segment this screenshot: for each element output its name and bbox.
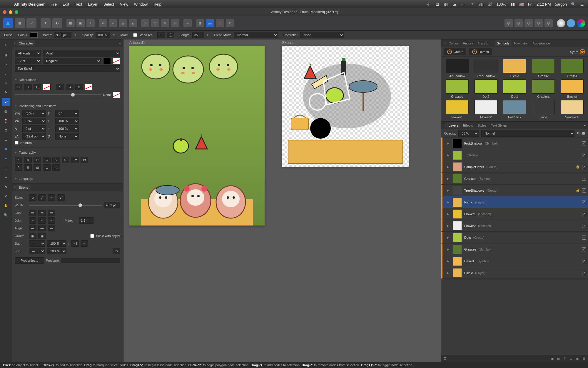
spotlight-icon[interactable]: 🔍 (571, 2, 576, 6)
layer-gear-icon[interactable]: ⚙ (577, 131, 580, 135)
typo-s2[interactable]: S₁ (62, 157, 69, 163)
layer-row[interactable]: ▶Flower1 (Symbol)✓ (441, 208, 588, 220)
layer-stack-icon[interactable]: ☰ (444, 357, 447, 361)
swatches-circle-icon[interactable] (577, 19, 585, 27)
tracking-input[interactable]: 0 ‰ (22, 118, 46, 124)
zoom-button[interactable] (15, 10, 18, 14)
fill-circle-icon[interactable] (557, 19, 565, 27)
tab-appearance[interactable]: Appearance (531, 40, 552, 46)
rotate-ccw-icon[interactable]: ↺ (161, 19, 169, 27)
more-button[interactable]: More (121, 33, 128, 37)
snapping-dropdown-icon[interactable]: ▾ (226, 19, 234, 27)
symbol-treeshadow[interactable]: TreeShadow (472, 59, 500, 78)
canvas[interactable]: Artboard1 Exports (123, 39, 441, 362)
typo-s1[interactable]: S¹ (52, 157, 60, 163)
persona-designer[interactable] (3, 18, 13, 28)
move-back-icon[interactable]: ▼ (99, 19, 107, 27)
menu-select[interactable]: Select (103, 2, 114, 6)
start-arrow-select[interactable]: — (29, 240, 45, 247)
decorations-header[interactable]: Decorations (15, 77, 120, 83)
menu-edit[interactable]: Edit (63, 2, 69, 6)
artboard1-label[interactable]: Artboard1 (129, 41, 145, 45)
underline-off[interactable]: U (15, 84, 22, 90)
typo-b1[interactable]: § (15, 164, 22, 171)
flip-h-icon[interactable]: ▷ (141, 19, 149, 27)
user-name[interactable]: 5argon (555, 2, 567, 6)
flag-icon[interactable]: 🇺🇸 (519, 2, 524, 6)
text-color-swatch[interactable] (103, 58, 111, 64)
defaults-icon[interactable]: ◐ (52, 18, 62, 28)
rounded-tool[interactable]: ▢ (2, 164, 10, 172)
properties-button[interactable]: Properties... (15, 257, 44, 264)
visibility-check[interactable]: ✓ (582, 188, 586, 193)
hand-tool[interactable]: ✋ (2, 201, 10, 210)
cap-round-icon[interactable] (38, 210, 46, 216)
colour-swatch[interactable] (30, 32, 38, 38)
tab-styles[interactable]: Styles (475, 122, 488, 128)
app-name[interactable]: Affinity Designer (14, 2, 45, 6)
snapping-baseline-icon[interactable]: ▬ (206, 19, 214, 27)
cloud-icon[interactable]: ☁ (452, 2, 457, 6)
boolean-add-icon[interactable]: ◎ (505, 19, 513, 27)
strike-double[interactable]: S (75, 84, 83, 90)
align-icon[interactable]: ≡ (183, 19, 192, 27)
crop-tool[interactable]: ⊡ (2, 135, 10, 144)
snap-geometry-icon[interactable]: ✧ (86, 19, 95, 27)
scale-with-check[interactable] (90, 234, 94, 238)
symbol-sandwich[interactable]: Sandwich (559, 100, 586, 119)
stabiliser-rope-icon[interactable]: 〰 (157, 32, 165, 38)
layer-row[interactable]: ▶Grasses (Symbol)✓ (441, 173, 588, 185)
text-tool[interactable]: A (2, 183, 10, 191)
typo-b3[interactable]: ⊡ (34, 164, 41, 171)
layer-row[interactable]: ▶Dots (Group)✓ (441, 232, 588, 243)
app-tray-icon[interactable]: iИ (444, 2, 448, 6)
length-input[interactable] (192, 32, 204, 38)
strike-single[interactable]: S (66, 84, 74, 90)
font-family-select[interactable]: Arial (43, 50, 120, 57)
typo-smallcaps[interactable]: Tᴛ (81, 157, 88, 163)
symbol-basket[interactable]: Basket (559, 79, 586, 98)
visibility-check[interactable]: ✓ (582, 247, 586, 251)
persona-export[interactable]: ⤢ (26, 18, 36, 28)
lock-icon[interactable]: 🔒 (576, 188, 580, 192)
visibility-check[interactable]: ✓ (582, 165, 586, 169)
layer-folder-icon[interactable]: ▣ (576, 357, 579, 361)
move-tool[interactable]: ↖ (2, 41, 10, 49)
join-round-icon[interactable]: ◜ (38, 217, 46, 224)
detach-symbol-button[interactable]: ✕Detach (469, 48, 492, 55)
upload-icon[interactable]: ⬆ (41, 18, 51, 28)
sync-toggle[interactable] (580, 49, 585, 54)
reset-arrows-icon[interactable]: ↻ (113, 248, 120, 254)
rect-tool[interactable]: ■ (2, 145, 10, 153)
strike-off[interactable]: S (56, 84, 64, 90)
stabiliser-window-icon[interactable]: ◯ (167, 32, 174, 38)
brush-tool[interactable]: 🖌 (2, 98, 10, 106)
typo-1st[interactable]: 1ˢᵗ (34, 157, 41, 163)
menu-window[interactable]: Window (134, 2, 148, 6)
battery-icon[interactable]: ▮▮ (510, 2, 515, 6)
stroke-none-icon[interactable]: ⊘ (29, 194, 36, 201)
typography-header[interactable]: Typography (15, 150, 120, 155)
join-bevel-icon[interactable]: ⌐ (48, 217, 55, 224)
hscale-input[interactable]: 100 % (55, 125, 79, 132)
layer-trash-icon[interactable]: 🗑 (582, 357, 586, 361)
apple-icon[interactable] (4, 2, 8, 6)
symbol-picnic[interactable]: Picnic (501, 59, 528, 78)
layer-adjust-icon[interactable]: ◐ (557, 357, 560, 361)
stroke-width-slider[interactable] (29, 205, 102, 206)
strike-color-none[interactable] (85, 84, 92, 90)
tab-effects[interactable]: Effects (461, 122, 475, 128)
snapping-magnet-icon[interactable]: ⧲ (216, 19, 224, 27)
transparency-tool[interactable]: 🍷 (2, 117, 10, 125)
tab-transform[interactable]: Transform (476, 40, 495, 46)
rotate-cw-icon[interactable]: ↻ (171, 19, 179, 27)
controller-select[interactable]: None (300, 32, 344, 38)
place-tool[interactable]: ⊞ (2, 126, 10, 134)
tab-navigator[interactable]: Navigator (512, 40, 530, 46)
layer-row[interactable]: ▶TreeShadows (Group)🔒✓ (441, 185, 588, 196)
tab-layers[interactable]: Layers (447, 122, 460, 128)
typo-half[interactable]: ½ (43, 157, 51, 163)
visibility-check[interactable]: ✓ (582, 236, 586, 240)
language-header[interactable]: Language (15, 176, 120, 182)
visibility-check[interactable]: ✓ (582, 141, 586, 145)
